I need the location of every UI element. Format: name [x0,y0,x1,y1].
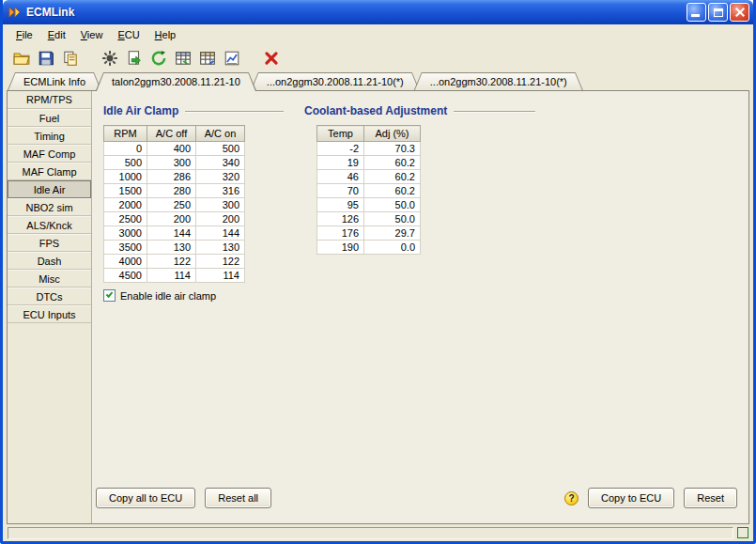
refresh-icon[interactable] [147,47,170,70]
copy-to-ecu-button[interactable]: Copy to ECU [588,488,674,508]
tab-on2ggm30-2008-11-21-10[interactable]: ...on2ggm30.2008.11.21-10(*) [251,72,420,90]
sidebar-item-fuel[interactable]: Fuel [8,109,91,127]
table-cell[interactable]: 46 [317,170,364,184]
minimize-button[interactable] [687,3,706,22]
table-cell[interactable]: 286 [147,170,196,184]
table-cell[interactable]: 316 [196,184,245,198]
export-icon[interactable] [123,47,146,70]
table-cell[interactable]: 3000 [104,226,147,241]
sidebar-item-timing[interactable]: Timing [8,127,91,145]
menu-ecu[interactable]: ECU [110,26,147,43]
menu-file[interactable]: File [8,26,40,43]
table-cell[interactable]: 114 [147,269,196,283]
table-cell[interactable]: 50.0 [364,198,421,212]
coolant-adjustment-group: Coolant-based Adjustment Temp Adj (%) -2… [304,104,535,255]
table-cell[interactable]: 500 [104,156,147,170]
table-cell[interactable]: 400 [147,142,196,156]
table-import-icon[interactable] [172,47,194,70]
checkbox-icon[interactable] [103,289,116,302]
table-cell[interactable]: 122 [147,255,196,269]
table-cell[interactable]: 126 [317,212,364,226]
menu-view[interactable]: View [73,26,111,43]
sidebar-item-rpm-tps[interactable]: RPM/TPS [8,91,91,109]
tab-talon2ggm30-2008-11-21-10[interactable]: talon2ggm30.2008.11.21-10 [96,72,256,90]
table-cell[interactable]: 144 [147,226,196,241]
maximize-button[interactable] [708,3,728,22]
table-cell[interactable]: 70 [317,184,364,198]
table-cell[interactable]: 300 [196,198,245,212]
connect-ecu-icon[interactable] [99,47,121,70]
table-cell[interactable]: 0.0 [364,241,421,255]
table-cell[interactable]: 130 [196,241,245,255]
sidebar-item-dash[interactable]: Dash [8,252,91,270]
menu-help[interactable]: Help [147,26,184,43]
enable-idle-air-clamp-checkbox[interactable]: Enable idle air clamp [103,289,284,302]
table-cell[interactable]: 1000 [104,170,147,184]
table-cell[interactable]: 2000 [104,198,147,212]
table-export-icon[interactable] [196,47,219,70]
sidebar-item-ecu-inputs[interactable]: ECU Inputs [8,305,91,323]
table-cell[interactable]: 500 [196,142,245,156]
save-icon[interactable] [35,47,57,70]
table-cell[interactable]: 1500 [104,184,147,198]
table-cell[interactable]: 320 [196,170,245,184]
tab-label: ...on2ggm30.2008.11.21-10(*) [430,76,567,87]
sidebar-item-als-knck[interactable]: ALS/Knck [8,216,91,234]
menu-edit[interactable]: Edit [40,26,73,43]
table-cell[interactable]: 114 [196,269,245,283]
window-title: ECMLink [26,6,687,19]
table-cell[interactable]: 4000 [104,255,147,269]
table-cell[interactable]: 122 [196,255,245,269]
table-row: 4500114114 [104,269,245,283]
open-file-icon[interactable] [10,47,33,70]
sidebar-item-maf-clamp[interactable]: MAF Clamp [8,163,91,180]
table-cell[interactable]: -2 [317,142,364,156]
reset-all-button[interactable]: Reset all [205,488,271,508]
table-cell[interactable]: 4500 [104,269,147,283]
table-cell[interactable]: 300 [147,156,196,170]
save-as-icon[interactable] [59,47,82,70]
help-icon[interactable]: ? [564,491,579,505]
table-row: 4660.2 [317,170,421,184]
table-cell[interactable]: 19 [317,156,364,170]
table-cell[interactable]: 60.2 [364,170,421,184]
table-cell[interactable]: 280 [147,184,196,198]
table-cell[interactable]: 2500 [104,212,147,226]
sidebar-item-fps[interactable]: FPS [8,234,91,252]
menubar: File Edit View ECU Help [7,24,749,44]
table-cell[interactable]: 200 [147,212,196,226]
copy-all-to-ecu-button[interactable]: Copy all to ECU [96,488,195,508]
table-cell[interactable]: 70.3 [364,142,421,156]
sidebar-item-maf-comp[interactable]: MAF Comp [8,145,91,163]
table-cell[interactable]: 200 [196,212,245,226]
table-cell[interactable]: 130 [147,241,196,255]
table-cell[interactable]: 3500 [104,241,147,255]
ecmlink-window: ECMLink File Edit View ECU Help [0,0,756,544]
sidebar-item-idle-air[interactable]: Idle Air [8,180,91,198]
tab-ecmlink-info[interactable]: ECMLink Info [8,72,101,90]
table-cell[interactable]: 250 [147,198,196,212]
checkbox-label: Enable idle air clamp [120,290,216,302]
table-cell[interactable]: 60.2 [364,184,421,198]
table-cell[interactable]: 0 [104,142,147,156]
graph-icon[interactable] [221,47,243,70]
table-cell[interactable]: 50.0 [364,212,421,226]
close-file-icon[interactable] [260,47,283,70]
table-cell[interactable]: 190 [317,241,364,255]
table-cell[interactable]: 60.2 [364,156,421,170]
table-cell[interactable]: 95 [317,198,364,212]
sidebar-item-nbo2-sim[interactable]: NBO2 sim [8,198,91,216]
table-header-row: RPM A/C off A/C on [104,126,245,142]
tab-on2ggm30-2008-11-21-10[interactable]: ...on2ggm30.2008.11.21-10(*) [414,72,583,90]
table-cell[interactable]: 176 [317,226,364,241]
idle-air-clamp-table: RPM A/C off A/C on 040050050030034010002… [103,125,245,283]
status-indicator [737,527,748,538]
reset-button[interactable]: Reset [684,488,737,508]
table-cell[interactable]: 340 [196,156,245,170]
sidebar-item-dtcs[interactable]: DTCs [8,288,91,305]
sidebar-item-misc[interactable]: Misc [8,270,91,288]
titlebar[interactable]: ECMLink [3,0,753,24]
table-cell[interactable]: 144 [196,226,245,241]
close-button[interactable] [730,3,749,22]
table-cell[interactable]: 29.7 [364,226,421,241]
